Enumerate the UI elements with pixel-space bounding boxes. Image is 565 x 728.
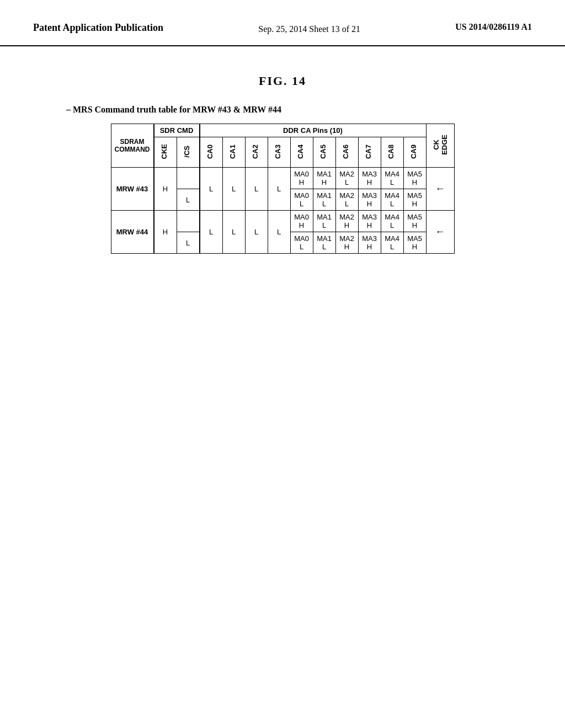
mrw43-ck-edge: ← (426, 168, 454, 211)
mrw43-ca1: L (222, 168, 245, 211)
publication-label: Patent Application Publication (33, 22, 163, 34)
patent-number: US 2014/0286119 A1 (455, 22, 532, 32)
truth-table: SDRAMCOMMAND SDR CMD DDR CA Pins (10) CK… (111, 124, 455, 254)
col-ca7: CA7 (358, 137, 381, 168)
mrw44-ca5-h: MA1L (313, 211, 335, 232)
table-title: – MRS Command truth table for MRW #43 & … (33, 105, 281, 115)
mrw44-cs-l: L (177, 232, 200, 254)
col-cke: CKE (154, 137, 177, 168)
publication-date: Sep. 25, 2014 Sheet 13 of 21 (258, 22, 360, 34)
mrw44-ck-edge: ← (426, 211, 454, 254)
col-ca4: CA4 (290, 137, 313, 168)
mrw43-ca7-l: MA3H (358, 189, 381, 211)
mrw44-cs-blank (177, 211, 200, 232)
col-ca3: CA3 (268, 137, 290, 168)
mrw44-row-h: MRW #44 H L L L L MA0H MA1L MA2H MA3H MA… (111, 211, 454, 232)
mrw43-ca8-h: MA4L (381, 168, 403, 189)
mrw43-ca6-h: MA2L (335, 168, 358, 189)
ca5-label: CA5 (317, 140, 332, 163)
page-header: Patent Application Publication Sep. 25, … (0, 0, 565, 46)
col-sdr-cmd-group: SDR CMD (154, 124, 200, 137)
mrw43-cs-l: L (177, 189, 200, 211)
mrw43-ca7-h: MA3H (358, 168, 381, 189)
col-sdram-command: SDRAMCOMMAND (111, 124, 154, 168)
ca2-label: CA2 (249, 140, 264, 163)
mrw43-ca0: L (200, 168, 223, 211)
mrw43-cke: H (154, 168, 177, 211)
mrw44-ca8-l: MA4L (381, 232, 403, 254)
ca4-label: CA4 (294, 140, 310, 163)
mrw43-cs-blank (177, 168, 200, 189)
col-cs: /CS (177, 137, 200, 168)
mrw44-ca9-h: MA5H (403, 211, 426, 232)
mrw43-ca9-h: MA5H (403, 168, 426, 189)
mrw44-ca9-l: MA5H (403, 232, 426, 254)
mrw44-cke: H (154, 211, 177, 254)
figure-label: FIG. 14 (259, 74, 306, 88)
mrw44-ca4-h: MA0H (290, 211, 313, 232)
mrw44-ca4-l: MA0L (290, 232, 313, 254)
col-ca5: CA5 (313, 137, 335, 168)
page-content: FIG. 14 – MRS Command truth table for MR… (0, 52, 565, 276)
group-header-row: SDRAMCOMMAND SDR CMD DDR CA Pins (10) CK… (111, 124, 454, 137)
ca9-label: CA9 (407, 140, 423, 163)
col-ck-edge: CKEDGE (426, 124, 454, 168)
mrw44-ca2: L (245, 211, 268, 254)
mrw43-ca3: L (268, 168, 290, 211)
col-ca0: CA0 (200, 137, 223, 168)
col-ca9: CA9 (403, 137, 426, 168)
ck-edge-label: CKEDGE (430, 130, 451, 159)
mrw44-ca1: L (222, 211, 245, 254)
col-ca1: CA1 (222, 137, 245, 168)
mrw43-label: MRW #43 (111, 168, 154, 211)
mrw44-ca3: L (268, 211, 290, 254)
cke-label: CKE (158, 140, 173, 163)
ca1-label: CA1 (226, 140, 242, 163)
mrw43-ca8-l: MA4L (381, 189, 403, 211)
col-ca8: CA8 (381, 137, 403, 168)
mrw43-ca5-h: MA1H (313, 168, 335, 189)
ca7-label: CA7 (362, 140, 377, 163)
mrw44-ca6-l: MA2H (335, 232, 358, 254)
col-ca6: CA6 (335, 137, 358, 168)
mrw44-ca8-h: MA4L (381, 211, 403, 232)
mrw44-ca0: L (200, 211, 223, 254)
mrw43-ca4-l: MA0L (290, 189, 313, 211)
mrw44-label: MRW #44 (111, 211, 154, 254)
ca6-label: CA6 (339, 140, 355, 163)
mrw43-ca4-h: MA0H (290, 168, 313, 189)
mrw44-ca5-l: MA1L (313, 232, 335, 254)
mrw44-ca6-h: MA2H (335, 211, 358, 232)
mrw44-ca7-l: MA3H (358, 232, 381, 254)
ca8-label: CA8 (385, 140, 400, 163)
mrw44-ca7-h: MA3H (358, 211, 381, 232)
ca3-label: CA3 (271, 140, 287, 163)
mrw43-ca9-l: MA5H (403, 189, 426, 211)
sub-header-row: CKE /CS CA0 CA1 CA2 CA3 (111, 137, 454, 168)
mrw43-ca6-l: MA2L (335, 189, 358, 211)
mrw43-row-h: MRW #43 H L L L L MA0H MA1H MA2L MA3H MA… (111, 168, 454, 189)
col-ca2: CA2 (245, 137, 268, 168)
cs-label: /CS (180, 141, 196, 162)
ca0-label: CA0 (204, 140, 219, 163)
table-section: – MRS Command truth table for MRW #43 & … (33, 105, 532, 254)
mrw43-ca5-l: MA1L (313, 189, 335, 211)
mrw43-ca2: L (245, 168, 268, 211)
col-ddr-ca-group: DDR CA Pins (10) (200, 124, 427, 137)
